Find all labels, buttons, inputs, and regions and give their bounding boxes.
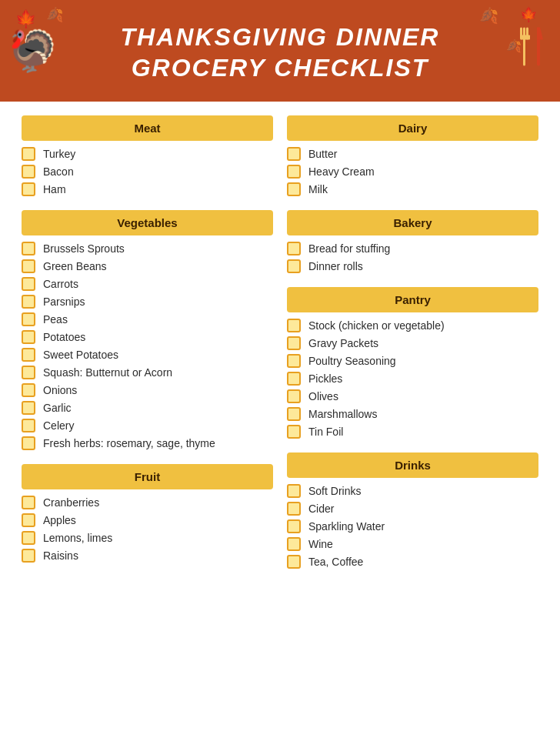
checkbox[interactable] xyxy=(22,549,35,563)
list-item: Tea, Coffee xyxy=(287,555,538,569)
item-label: Stock (chicken or vegetable) xyxy=(308,319,445,332)
header-title: THANKSGIVING DINNER GROCERY CHECKLIST xyxy=(31,22,529,83)
checkbox[interactable] xyxy=(22,147,35,161)
item-label: Marshmallows xyxy=(308,408,377,420)
checkbox[interactable] xyxy=(287,242,301,255)
checkbox[interactable] xyxy=(287,182,301,196)
checkbox[interactable] xyxy=(287,319,301,332)
item-label: Cranberries xyxy=(43,496,99,509)
checkbox[interactable] xyxy=(22,277,35,291)
list-item: Dinner rolls xyxy=(287,259,538,273)
checkbox[interactable] xyxy=(22,259,35,273)
list-item: Olives xyxy=(287,389,538,403)
turkey-icon: 🦃 xyxy=(8,28,58,75)
item-label: Olives xyxy=(308,390,338,402)
item-label: Bacon xyxy=(43,165,74,178)
checkbox[interactable] xyxy=(287,389,301,403)
item-label: Ham xyxy=(43,183,66,195)
svg-rect-4 xyxy=(521,35,530,40)
leaf-decor-5: 🍁 xyxy=(520,6,537,23)
checkbox[interactable] xyxy=(22,436,35,450)
list-item: Sparkling Water xyxy=(287,519,538,533)
leaf-decor-4: 🍂 xyxy=(479,6,498,25)
checkbox[interactable] xyxy=(287,259,301,273)
checkbox[interactable] xyxy=(287,354,301,368)
item-label: Carrots xyxy=(43,278,78,290)
item-label: Pickles xyxy=(308,372,342,385)
checkbox[interactable] xyxy=(22,312,35,326)
checkbox[interactable] xyxy=(22,513,35,527)
checkbox[interactable] xyxy=(22,419,35,432)
item-label: Raisins xyxy=(43,549,78,562)
item-label: Butter xyxy=(308,148,337,160)
item-label: Tin Foil xyxy=(308,426,343,438)
checkbox[interactable] xyxy=(287,372,301,386)
checkbox[interactable] xyxy=(22,295,35,309)
list-item: Celery xyxy=(22,419,273,432)
item-label: Milk xyxy=(308,183,328,195)
list-item: Brussels Sprouts xyxy=(22,242,273,255)
list-item: Marshmallows xyxy=(287,407,538,421)
item-label: Potatoes xyxy=(43,331,85,343)
right-column: Dairy Butter Heavy Cream Milk xyxy=(287,115,538,583)
list-item: Bread for stuffing xyxy=(287,242,538,255)
checkbox[interactable] xyxy=(287,425,301,439)
left-column: Meat Turkey Bacon Ham xyxy=(22,115,273,583)
item-label: Dinner rolls xyxy=(308,260,363,272)
checkbox[interactable] xyxy=(22,383,35,397)
item-label: Turkey xyxy=(43,148,75,160)
list-item: Apples xyxy=(22,513,273,527)
section-pantry: Pantry Stock (chicken or vegetable) Grav… xyxy=(287,287,538,439)
item-label: Onions xyxy=(43,384,77,396)
item-label: Sweet Potatoes xyxy=(43,349,118,361)
list-item: Cranberries xyxy=(22,496,273,509)
checkbox[interactable] xyxy=(22,330,35,344)
section-meat: Meat Turkey Bacon Ham xyxy=(22,115,273,196)
item-label: Tea, Coffee xyxy=(308,556,363,568)
list-item: Stock (chicken or vegetable) xyxy=(287,319,538,332)
list-item: Pickles xyxy=(287,372,538,386)
header: 🍁 🍂 🍁 🦃 🍂 🍁 🍂 THANKSGIVING DINNER xyxy=(0,0,560,102)
item-label: Bread for stuffing xyxy=(308,242,390,255)
checkbox[interactable] xyxy=(287,407,301,421)
checkbox[interactable] xyxy=(287,555,301,569)
item-label: Cider xyxy=(308,503,334,515)
checkbox[interactable] xyxy=(287,537,301,551)
list-item: Poultry Seasoning xyxy=(287,354,538,368)
checkbox[interactable] xyxy=(287,336,301,350)
item-label: Garlic xyxy=(43,402,72,414)
list-item: Heavy Cream xyxy=(287,165,538,179)
list-item: Raisins xyxy=(22,549,273,563)
checkbox[interactable] xyxy=(22,496,35,509)
list-item: Cider xyxy=(287,502,538,516)
checkbox[interactable] xyxy=(287,165,301,179)
checkbox[interactable] xyxy=(287,484,301,498)
section-vegetables: Vegetables Brussels Sprouts Green Beans … xyxy=(22,210,273,450)
section-header-meat: Meat xyxy=(22,115,273,141)
list-item: Bacon xyxy=(22,165,273,179)
cutlery-icon xyxy=(520,25,549,78)
page: 🍁 🍂 🍁 🦃 🍂 🍁 🍂 THANKSGIVING DINNER xyxy=(0,0,560,738)
checkbox[interactable] xyxy=(22,401,35,415)
checkbox[interactable] xyxy=(22,182,35,196)
list-item: Soft Drinks xyxy=(287,484,538,498)
svg-marker-6 xyxy=(537,28,543,40)
checkbox[interactable] xyxy=(22,348,35,362)
checkbox[interactable] xyxy=(22,165,35,179)
list-item: Carrots xyxy=(22,277,273,291)
leaf-decor-6: 🍂 xyxy=(506,38,522,53)
checkbox[interactable] xyxy=(287,502,301,516)
list-item: Lemons, limes xyxy=(22,531,273,545)
checkbox[interactable] xyxy=(287,519,301,533)
checkbox[interactable] xyxy=(22,531,35,545)
section-bakery: Bakery Bread for stuffing Dinner rolls xyxy=(287,210,538,273)
item-label: Apples xyxy=(43,514,76,526)
item-label: Brussels Sprouts xyxy=(43,242,125,255)
section-drinks: Drinks Soft Drinks Cider Sparkling Water xyxy=(287,452,538,569)
content: Meat Turkey Bacon Ham xyxy=(0,102,560,601)
checkbox[interactable] xyxy=(22,242,35,255)
section-header-vegetables: Vegetables xyxy=(22,210,273,235)
section-header-pantry: Pantry xyxy=(287,287,538,312)
checkbox[interactable] xyxy=(287,147,301,161)
checkbox[interactable] xyxy=(22,366,35,379)
